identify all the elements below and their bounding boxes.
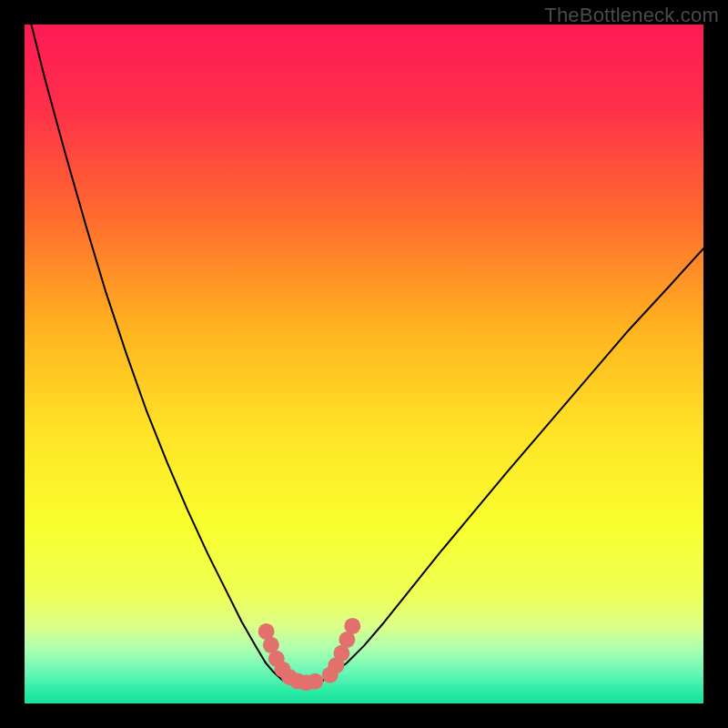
chart-svg bbox=[25, 25, 703, 703]
right-marker-cluster-dot bbox=[344, 618, 360, 634]
watermark-text: TheBottleneck.com bbox=[544, 4, 719, 27]
left-marker-cluster-dot bbox=[307, 673, 323, 690]
outer-frame: TheBottleneck.com bbox=[0, 0, 728, 728]
plot-area bbox=[25, 25, 703, 703]
gradient-background bbox=[25, 25, 703, 703]
